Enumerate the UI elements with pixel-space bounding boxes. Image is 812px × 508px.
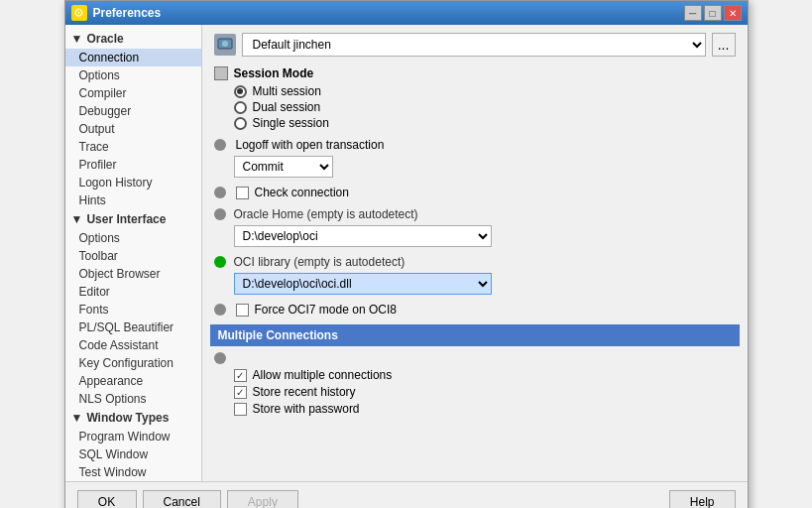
sidebar-item-compiler[interactable]: Compiler	[65, 84, 201, 102]
check-connection-indicator	[214, 187, 226, 198]
sidebar-item-profiler[interactable]: Profiler	[65, 156, 201, 174]
oci-library-label-row: OCI library (empty is autodetect)	[214, 255, 736, 269]
footer-left-buttons: OK Cancel Apply	[77, 490, 298, 508]
sidebar-item-trace[interactable]: Trace	[65, 138, 201, 156]
sidebar-section-user-interface[interactable]: ▼ User Interface	[65, 209, 201, 229]
allow-multiple-checkbox[interactable]	[234, 369, 247, 382]
profile-bar: Default jinchen ...	[214, 33, 736, 57]
sidebar-item-ui-options[interactable]: Options	[65, 229, 201, 247]
dual-session-row: Dual session	[234, 100, 736, 114]
check-connection-checkbox[interactable]	[236, 187, 249, 199]
preferences-window: ⚙ Preferences ─ □ ✕ ▼ Oracle Connection …	[64, 0, 749, 508]
oci-library-dropdown[interactable]: D:\develop\oci\oci.dll	[234, 273, 492, 295]
force-oci7-header: Force OCI7 mode on OCI8	[214, 303, 736, 317]
multiple-connections-title: Multiple Connections	[218, 328, 338, 342]
profile-icon	[214, 34, 236, 56]
logoff-block: Logoff with open transaction Commit Roll…	[214, 138, 736, 178]
session-mode-header: Session Mode	[214, 66, 736, 80]
store-password-label: Store with password	[253, 402, 360, 416]
check-connection-block: Check connection	[214, 186, 736, 199]
check-connection-header: Check connection	[214, 186, 736, 199]
oracle-home-dropdown[interactable]: D:\develop\oci	[234, 225, 492, 247]
maximize-button[interactable]: □	[704, 5, 722, 21]
store-recent-row: Store recent history	[234, 385, 736, 399]
session-mode-checkbox[interactable]	[214, 66, 228, 80]
allow-multiple-header	[214, 352, 736, 364]
dual-session-label: Dual session	[253, 100, 321, 114]
sidebar-section-window-types[interactable]: ▼ Window Types	[65, 408, 201, 428]
store-recent-label: Store recent history	[253, 385, 356, 399]
single-session-radio[interactable]	[234, 117, 247, 130]
window-title: Preferences	[93, 6, 678, 20]
store-recent-checkbox[interactable]	[234, 386, 247, 399]
sidebar-section-oracle-label: Oracle	[86, 32, 123, 46]
dual-session-radio[interactable]	[234, 101, 247, 114]
sidebar-item-toolbar[interactable]: Toolbar	[65, 247, 201, 265]
sidebar-item-logon-history[interactable]: Logon History	[65, 174, 201, 191]
user-interface-arrow-icon: ▼	[71, 212, 83, 226]
svg-point-1	[222, 41, 228, 47]
sidebar-item-options[interactable]: Options	[65, 66, 201, 84]
sidebar-section-wt-label: Window Types	[86, 411, 169, 425]
allow-multiple-indicator	[214, 352, 226, 364]
session-mode-block: Session Mode Multi session Dual session …	[214, 66, 736, 130]
store-password-checkbox[interactable]	[234, 403, 247, 416]
oci-library-indicator	[214, 256, 226, 268]
oracle-home-block: Oracle Home (empty is autodetect) D:\dev…	[214, 207, 736, 247]
check-connection-label: Check connection	[255, 186, 349, 199]
oracle-home-label: Oracle Home (empty is autodetect)	[234, 207, 418, 221]
multi-session-row: Multi session	[234, 84, 736, 98]
sidebar-item-key-configuration[interactable]: Key Configuration	[65, 354, 201, 372]
window-controls: ─ □ ✕	[684, 5, 742, 21]
footer: OK Cancel Apply Help	[65, 481, 748, 508]
force-oci7-label: Force OCI7 mode on OCI8	[255, 303, 397, 317]
sidebar-item-appearance[interactable]: Appearance	[65, 372, 201, 390]
close-button[interactable]: ✕	[724, 5, 742, 21]
single-session-label: Single session	[253, 116, 329, 130]
help-button[interactable]: Help	[669, 490, 736, 508]
oracle-home-label-row: Oracle Home (empty is autodetect)	[214, 207, 736, 221]
multiple-connections-row[interactable]: Multiple Connections	[210, 324, 740, 346]
allow-multiple-label: Allow multiple connections	[253, 368, 393, 382]
sidebar-item-hints[interactable]: Hints	[65, 191, 201, 209]
ok-button[interactable]: OK	[77, 490, 137, 508]
window-icon: ⚙	[71, 5, 87, 21]
logoff-label: Logoff with open transaction	[236, 138, 385, 152]
oci-library-label: OCI library (empty is autodetect)	[234, 255, 406, 269]
sidebar-item-connection[interactable]: Connection	[65, 49, 201, 66]
logoff-indicator	[214, 139, 226, 151]
sidebar: ▼ Oracle Connection Options Compiler Deb…	[65, 25, 202, 481]
logoff-header: Logoff with open transaction	[214, 138, 736, 152]
window-types-arrow-icon: ▼	[71, 411, 83, 425]
sidebar-item-plsql-beautifier[interactable]: PL/SQL Beautifier	[65, 318, 201, 336]
sidebar-section-oracle[interactable]: ▼ Oracle	[65, 29, 201, 49]
sidebar-item-output[interactable]: Output	[65, 120, 201, 138]
apply-button[interactable]: Apply	[227, 490, 298, 508]
store-password-row: Store with password	[234, 402, 736, 416]
oracle-home-indicator	[214, 208, 226, 220]
sidebar-item-test-window[interactable]: Test Window	[65, 463, 201, 481]
sidebar-item-program-window[interactable]: Program Window	[65, 428, 201, 445]
multi-session-radio[interactable]	[234, 85, 247, 98]
sidebar-section-ui-label: User Interface	[86, 212, 166, 226]
sidebar-item-code-assistant[interactable]: Code Assistant	[65, 336, 201, 354]
force-oci7-indicator	[214, 304, 226, 316]
minimize-button[interactable]: ─	[684, 5, 702, 21]
single-session-row: Single session	[234, 116, 736, 130]
force-oci7-block: Force OCI7 mode on OCI8	[214, 303, 736, 317]
sidebar-item-debugger[interactable]: Debugger	[65, 102, 201, 120]
profile-more-button[interactable]: ...	[712, 33, 736, 57]
sidebar-item-fonts[interactable]: Fonts	[65, 301, 201, 318]
profile-select[interactable]: Default jinchen	[242, 33, 706, 57]
sidebar-item-nls-options[interactable]: NLS Options	[65, 390, 201, 408]
cancel-button[interactable]: Cancel	[143, 490, 221, 508]
sidebar-item-object-browser[interactable]: Object Browser	[65, 265, 201, 283]
main-panel: Default jinchen ... Session Mode Multi s…	[202, 25, 748, 481]
titlebar: ⚙ Preferences ─ □ ✕	[65, 1, 748, 25]
sidebar-item-sql-window[interactable]: SQL Window	[65, 445, 201, 463]
sidebar-item-editor[interactable]: Editor	[65, 283, 201, 301]
multi-session-label: Multi session	[253, 84, 321, 98]
force-oci7-checkbox[interactable]	[236, 304, 249, 317]
logoff-dropdown[interactable]: Commit Rollback Ask	[234, 156, 333, 178]
session-mode-title: Session Mode	[234, 66, 314, 80]
